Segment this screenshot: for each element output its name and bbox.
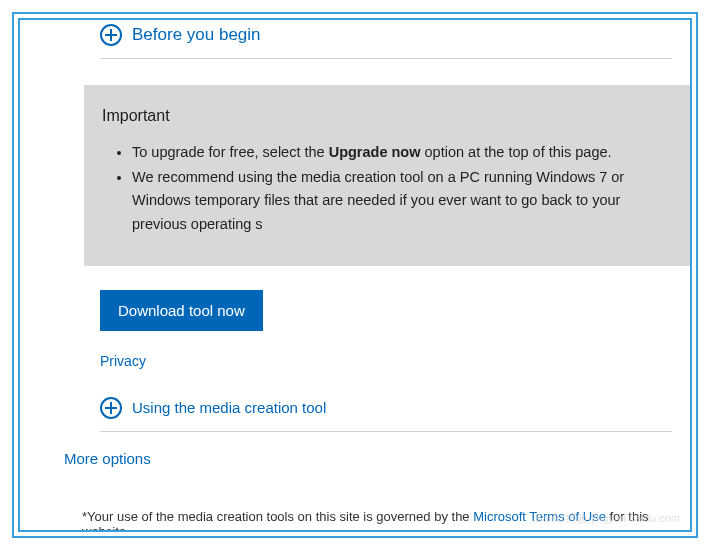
important-bullet-2: We recommend using the media creation to…: [132, 166, 672, 236]
before-you-begin-expand[interactable]: Before you begin: [100, 20, 672, 46]
divider: [100, 431, 672, 432]
more-options-link[interactable]: More options: [64, 450, 672, 467]
privacy-link[interactable]: Privacy: [100, 353, 672, 369]
text-bold: Upgrade now: [329, 144, 421, 160]
watermark: Baidu 经验 jingyan.baidu.com: [535, 512, 680, 524]
text: To upgrade for free, select the: [132, 144, 329, 160]
text: option at the top of this page.: [421, 144, 612, 160]
important-box: Important To upgrade for free, select th…: [84, 85, 690, 266]
page-content: Before you begin Important To upgrade fo…: [20, 20, 690, 532]
before-you-begin-label: Before you begin: [132, 25, 261, 45]
plus-circle-icon: [100, 397, 122, 419]
footnote-text: *Your use of the media creation tools on…: [82, 509, 473, 524]
plus-circle-icon: [100, 24, 122, 46]
divider: [100, 58, 672, 59]
download-tool-button[interactable]: Download tool now: [100, 290, 263, 331]
using-tool-label: Using the media creation tool: [132, 399, 326, 416]
frame-inner: Before you begin Important To upgrade fo…: [18, 18, 692, 532]
important-list: To upgrade for free, select the Upgrade …: [102, 141, 672, 236]
important-bullet-1: To upgrade for free, select the Upgrade …: [132, 141, 672, 164]
important-title: Important: [102, 107, 672, 125]
using-media-creation-tool-expand[interactable]: Using the media creation tool: [100, 397, 672, 419]
